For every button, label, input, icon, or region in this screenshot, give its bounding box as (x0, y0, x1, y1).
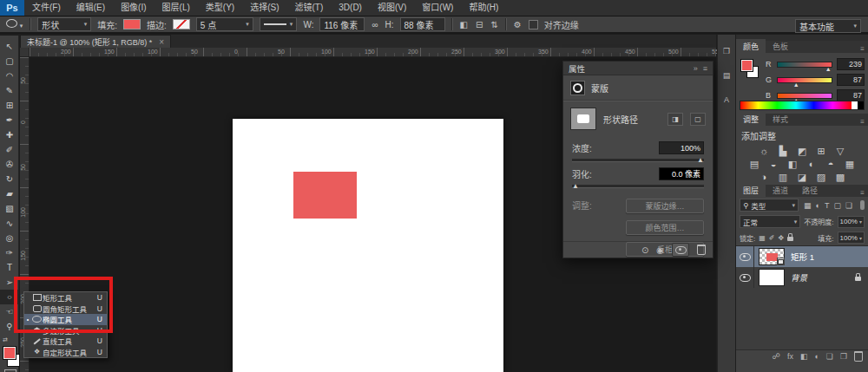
hand-tool[interactable]: ☜ (0, 304, 19, 319)
lock-all-icon[interactable] (787, 237, 793, 241)
invert-icon[interactable]: ◑ (758, 172, 771, 183)
dodge-tool[interactable]: ◎ (0, 231, 19, 245)
app-logo[interactable]: Ps (0, 0, 24, 16)
path-alignment-button[interactable]: ⊟ (475, 20, 483, 29)
menu-item[interactable]: 帮助(H) (461, 0, 506, 16)
stroke-width-input[interactable]: 5 点▾ (196, 17, 253, 31)
density-slider[interactable]: ▲ (572, 159, 704, 162)
gradient-map-icon[interactable]: ▩ (834, 172, 847, 183)
new-group-icon[interactable]: ❏ (826, 352, 833, 361)
visibility-toggle[interactable] (736, 246, 754, 267)
brightness-contrast-icon[interactable]: ☼ (758, 146, 771, 157)
opacity-input[interactable]: 100% ▾ (838, 216, 865, 228)
channel-g-value[interactable]: 87 (837, 74, 865, 86)
new-layer-icon[interactable]: ❐ (840, 352, 847, 361)
workspace-switcher[interactable]: 基本功能▾ (795, 19, 861, 33)
tab-color[interactable]: 颜色 (736, 39, 766, 53)
brush-tool[interactable]: ✐ (0, 142, 19, 157)
add-vector-mask-button[interactable]: ▢ (690, 113, 706, 126)
lock-transparent-pixels-icon[interactable]: ▦ (759, 234, 766, 242)
layer-list-empty-area[interactable] (736, 288, 868, 349)
mask-delete-icon[interactable] (697, 245, 706, 255)
gradient-tool[interactable]: ▧ (0, 201, 19, 216)
black-white-icon[interactable]: ◧ (786, 159, 799, 170)
menu-item[interactable]: 滤镜(T) (287, 0, 332, 16)
color-spectrum-bar[interactable] (740, 101, 865, 110)
ellipse-tool[interactable]: ○ (0, 290, 19, 304)
panel-menu-icon[interactable]: ≡ (860, 118, 868, 126)
posterize-icon[interactable]: ▥ (777, 172, 790, 183)
stroke-style-select[interactable]: ▾ (260, 17, 298, 31)
mask-edge-button[interactable]: 蒙版边缘… (626, 199, 704, 213)
delete-layer-icon[interactable] (854, 351, 863, 362)
gear-icon[interactable]: ⚙ (513, 20, 523, 29)
clone-stamp-tool[interactable]: ✇ (0, 157, 19, 172)
slider-handle[interactable]: ▲ (793, 82, 799, 88)
link-dimensions-icon[interactable]: ∞ (371, 20, 378, 29)
menu-item[interactable]: 编辑(E) (69, 0, 113, 16)
visibility-toggle[interactable] (736, 267, 754, 288)
blend-mode-select[interactable]: 正常 ▾ (740, 215, 800, 228)
rectangular-marquee-tool[interactable]: ▢ (0, 54, 19, 69)
filter-smart-objects-icon[interactable]: ❏ (845, 201, 852, 210)
add-layer-mask-icon[interactable]: ◧ (800, 352, 808, 361)
filter-adjustment-layers-icon[interactable]: ◐ (816, 201, 820, 210)
tab-channels[interactable]: 通道 (766, 183, 795, 197)
path-arrangement-button[interactable]: ⇅ (490, 20, 498, 29)
feather-slider-handle[interactable]: ▲ (572, 183, 579, 190)
layer-row-background[interactable]: 背景 (736, 267, 868, 288)
flyout-item-custom-shape-tool[interactable]: ❖自定形状工具U (24, 347, 107, 358)
curves-icon[interactable]: ◩ (796, 146, 809, 157)
menu-item[interactable]: 文件(F) (24, 0, 69, 16)
tab-layers[interactable]: 图层 (736, 183, 766, 197)
mask-load-selection-icon[interactable]: ⊙ (641, 245, 648, 255)
layer-filter-select[interactable]: ⚲ 类型 ▾ (740, 199, 799, 212)
filter-pixel-layers-icon[interactable]: ▦ (804, 201, 812, 210)
smudge-tool[interactable]: ∿ (0, 216, 19, 231)
fill-input[interactable]: 100% ▾ (838, 232, 865, 244)
filter-toggle[interactable] (860, 200, 865, 210)
photo-filter-icon[interactable]: ◐ (806, 159, 819, 170)
panel-menu-icon[interactable]: ≡ (860, 189, 868, 197)
layer-row-rectangle-1[interactable]: 矩形 1 (736, 246, 868, 267)
panel-character-icon[interactable]: A (720, 94, 733, 106)
color-balance-icon[interactable]: ◒ (767, 159, 780, 170)
layer-name[interactable]: 矩形 1 (791, 251, 814, 263)
layer-thumbnail[interactable] (759, 248, 785, 265)
ruler-origin[interactable] (20, 48, 30, 57)
selective-color-icon[interactable]: ▨ (815, 172, 828, 183)
pen-tool[interactable]: ✑ (0, 245, 19, 260)
stroke-swatch[interactable] (173, 19, 190, 29)
tab-swatches[interactable]: 色板 (766, 39, 795, 53)
add-pixel-mask-button[interactable]: ◨ (667, 113, 683, 126)
width-input[interactable]: 116 像素 (319, 17, 365, 31)
channel-r-value[interactable]: 239 (837, 58, 865, 70)
flyout-item-rectangle-tool[interactable]: 矩形工具U (24, 292, 107, 303)
channel-mixer-icon[interactable]: ◓ (825, 159, 838, 170)
exposure-icon[interactable]: ⊞ (815, 146, 828, 157)
vibrance-icon[interactable]: ▽ (834, 146, 847, 157)
tool-preset-picker[interactable]: ▾ (5, 19, 23, 29)
channel-r-slider[interactable]: ▲ (777, 62, 832, 68)
filter-shape-layers-icon[interactable]: ▢ (833, 201, 841, 210)
menu-item[interactable]: 选择(S) (242, 0, 286, 16)
move-tool[interactable]: ↖ (0, 39, 19, 54)
color-range-button[interactable]: 颜色范围… (626, 220, 704, 235)
layer-thumbnail[interactable] (759, 269, 785, 286)
collapse-panel-icon[interactable]: » (694, 64, 698, 73)
density-slider-handle[interactable]: ▲ (697, 157, 704, 164)
panel-history-icon[interactable]: ❐ (720, 45, 733, 57)
feather-value[interactable]: 0.0 像素 (659, 167, 704, 180)
eyedropper-tool[interactable]: ✒ (0, 113, 19, 127)
layer-style-icon[interactable]: fx (787, 352, 793, 361)
threshold-icon[interactable]: ◪ (796, 172, 809, 183)
link-layers-icon[interactable]: ☍ (773, 352, 780, 361)
flyout-item-ellipse-tool[interactable]: •椭圆工具U (24, 314, 107, 325)
eraser-tool[interactable]: ▰ (0, 186, 19, 201)
tab-adjustments[interactable]: 调整 (736, 112, 766, 126)
fill-swatch[interactable] (123, 19, 141, 29)
menu-item[interactable]: 3D(D) (331, 0, 370, 16)
quick-selection-tool[interactable]: ✎ (0, 83, 19, 98)
mask-visibility-icon[interactable] (675, 246, 687, 254)
path-operations-button[interactable]: ◧ (459, 20, 469, 29)
